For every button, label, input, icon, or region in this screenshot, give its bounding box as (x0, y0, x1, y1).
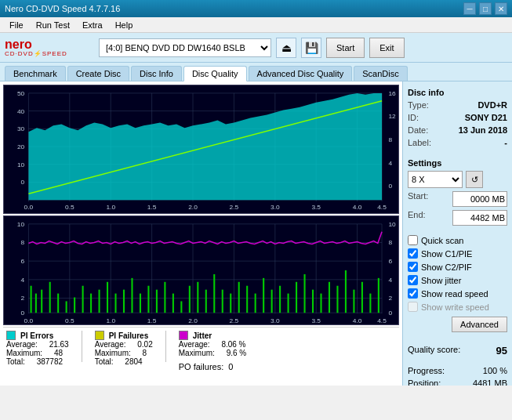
jitter-max-label: Maximum: (179, 349, 215, 357)
save-icon-button[interactable]: 💾 (301, 38, 321, 58)
menu-bar: File Run Test Extra Help (0, 17, 512, 33)
quality-score-value: 95 (496, 345, 507, 357)
settings-title: Settings (408, 158, 507, 168)
svg-text:4: 4 (388, 277, 392, 284)
svg-rect-82 (230, 294, 231, 313)
pi-errors-total-val: 387782 (37, 357, 63, 366)
menu-run-test[interactable]: Run Test (30, 19, 76, 31)
svg-rect-80 (213, 274, 215, 313)
separator-1 (82, 331, 82, 362)
svg-text:2.0: 2.0 (188, 204, 198, 211)
pi-errors-stat: PI Errors Average: 21.63 Maximum: 48 Tot… (6, 331, 69, 371)
svg-text:0: 0 (388, 310, 392, 317)
svg-rect-74 (164, 282, 165, 313)
start-button[interactable]: Start (326, 38, 365, 58)
tab-scan-disc[interactable]: ScanDisc (354, 66, 407, 81)
minimize-button[interactable]: ─ (463, 2, 476, 15)
quick-scan-checkbox[interactable] (408, 235, 418, 245)
tab-advanced-disc-quality[interactable]: Advanced Disc Quality (249, 66, 353, 81)
stats-row: PI Errors Average: 21.63 Maximum: 48 Tot… (3, 327, 399, 375)
show-c2-pif-checkbox[interactable] (408, 262, 418, 272)
show-c1-pie-checkbox[interactable] (408, 248, 418, 259)
svg-text:1.5: 1.5 (147, 317, 157, 324)
svg-text:8: 8 (388, 240, 392, 247)
svg-text:4.5: 4.5 (377, 204, 387, 211)
show-jitter-checkbox[interactable] (408, 275, 418, 285)
speed-selector[interactable]: 8 X (408, 171, 463, 188)
svg-rect-65 (90, 294, 92, 313)
show-write-speed-checkbox (408, 302, 418, 312)
svg-text:1.0: 1.0 (106, 317, 115, 324)
svg-text:10: 10 (17, 161, 25, 168)
svg-rect-60 (49, 282, 51, 313)
disc-type-row: Type: DVD+R (408, 100, 507, 110)
drive-selector[interactable]: [4:0] BENQ DVD DD DW1640 BSLB (99, 38, 271, 57)
svg-text:0.0: 0.0 (24, 204, 34, 211)
svg-text:2.0: 2.0 (188, 317, 198, 324)
end-label: End: (408, 210, 426, 226)
po-failures-val: 0 (228, 362, 233, 371)
tab-disc-info[interactable]: Disc Info (131, 66, 182, 81)
svg-rect-58 (35, 294, 37, 313)
svg-text:30: 30 (17, 125, 25, 132)
disc-date-label: Date: (408, 125, 428, 135)
tab-create-disc[interactable]: Create Disc (67, 66, 129, 81)
separator-2 (165, 331, 166, 362)
pi-failures-label: PI Failures (109, 331, 149, 340)
progress-row: Progress: 100 % (408, 366, 507, 375)
pi-errors-total-label: Total: (6, 357, 25, 366)
svg-text:4.0: 4.0 (353, 317, 362, 324)
disc-date-value: 13 Jun 2018 (459, 125, 507, 135)
quality-score-row: Quality score: 95 (408, 345, 507, 357)
speed-setting-row: 8 X ↺ (408, 171, 507, 188)
jitter-max-val: 9.6 % (227, 349, 247, 357)
svg-rect-81 (222, 290, 223, 313)
svg-rect-64 (82, 286, 84, 313)
svg-text:10: 10 (388, 221, 396, 228)
position-label: Position: (408, 378, 441, 386)
svg-rect-71 (140, 294, 141, 313)
disc-type-value: DVD+R (478, 100, 507, 110)
svg-rect-69 (123, 290, 125, 313)
svg-rect-67 (107, 282, 108, 313)
jitter-color (179, 331, 188, 340)
jitter-avg-val: 8.06 % (221, 340, 245, 349)
svg-text:0.5: 0.5 (65, 204, 74, 211)
svg-rect-73 (156, 290, 158, 313)
nero-logo-subtext: CD·DVD⚡SPEED (5, 51, 67, 57)
svg-rect-87 (271, 290, 273, 313)
pi-failures-total-val: 2804 (125, 357, 142, 366)
svg-rect-63 (74, 298, 75, 313)
advanced-button[interactable]: Advanced (452, 317, 507, 332)
disc-info-title: Disc info (408, 88, 507, 97)
pi-failures-max-val: 8 (143, 349, 147, 357)
pi-errors-color (6, 331, 16, 340)
close-button[interactable]: ✕ (495, 2, 507, 15)
menu-file[interactable]: File (3, 19, 30, 31)
settings-refresh-btn[interactable]: ↺ (466, 171, 483, 188)
exit-button[interactable]: Exit (369, 38, 404, 58)
svg-text:12: 12 (388, 114, 396, 121)
po-failures-row: PO failures: 0 (179, 362, 246, 371)
svg-text:8: 8 (21, 240, 25, 247)
pi-failures-avg-label: Average: (95, 340, 126, 349)
show-read-speed-checkbox[interactable] (408, 288, 418, 299)
start-input[interactable] (452, 191, 507, 207)
svg-rect-62 (66, 301, 67, 313)
eject-icon-button[interactable]: ⏏ (276, 38, 296, 58)
maximize-button[interactable]: □ (479, 2, 492, 15)
end-input[interactable] (452, 210, 507, 226)
pi-errors-max-val: 48 (54, 349, 63, 357)
tab-disc-quality[interactable]: Disc Quality (183, 66, 247, 81)
svg-rect-89 (288, 294, 289, 313)
pi-errors-avg-label: Average: (6, 340, 38, 349)
pi-errors-label: PI Errors (20, 331, 53, 340)
svg-text:40: 40 (17, 108, 25, 115)
menu-extra[interactable]: Extra (76, 19, 109, 31)
quick-scan-label: Quick scan (421, 236, 463, 245)
position-value: 4481 MB (473, 378, 507, 386)
tab-benchmark[interactable]: Benchmark (5, 66, 66, 81)
menu-help[interactable]: Help (109, 19, 140, 31)
svg-rect-84 (246, 286, 248, 313)
show-read-speed-label: Show read speed (421, 289, 488, 299)
